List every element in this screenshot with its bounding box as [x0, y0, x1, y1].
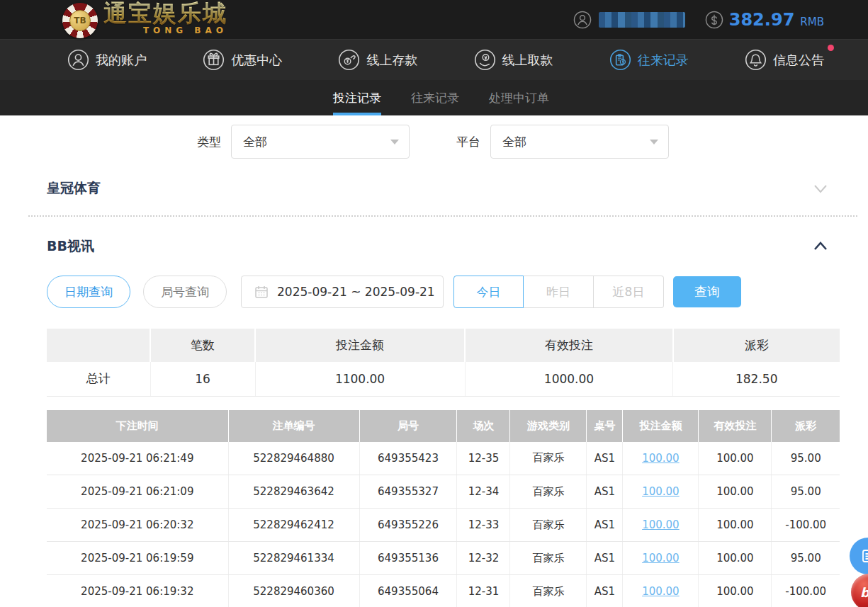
- column-header: 投注金额: [623, 410, 699, 442]
- search-button[interactable]: 查询: [673, 276, 741, 307]
- cell-time: 2025-09-21 06:20:32: [47, 509, 228, 542]
- bet-table-header-row: 下注时间注单编号局号场次游戏类别桌号投注金额有效投注派彩: [47, 410, 840, 442]
- cell-order-id: 522829460360: [228, 575, 359, 607]
- section-bb-video[interactable]: BB视讯: [47, 237, 840, 256]
- casino-chip-icon: TB: [62, 3, 98, 38]
- cell-bet: 100.00: [623, 509, 699, 542]
- quick-range-today[interactable]: 今日: [453, 276, 524, 308]
- summary-header-count: 笔数: [150, 329, 255, 362]
- cell-time: 2025-09-21 06:21:09: [47, 475, 228, 509]
- cell-bet: 100.00: [623, 575, 699, 607]
- column-header: 桌号: [587, 410, 623, 442]
- cell-session: 12-32: [457, 542, 510, 575]
- chevron-up-icon: [811, 237, 830, 256]
- record-tabs: 投注记录 往来记录 处理中订单: [0, 80, 868, 115]
- balance-amount: 382.97: [729, 10, 795, 30]
- column-header: 有效投注: [699, 410, 772, 442]
- quick-range-last8days[interactable]: 近8日: [594, 276, 664, 308]
- nav-item-withdraw[interactable]: 线上取款: [474, 49, 553, 71]
- column-header: 场次: [457, 410, 510, 442]
- cell-table-no: AS1: [587, 475, 623, 509]
- cell-table-no: AS1: [587, 509, 623, 542]
- cell-payout: 95.00: [772, 542, 840, 575]
- quick-range-yesterday[interactable]: 昨日: [524, 276, 594, 308]
- summary-payout-value: 182.50: [673, 362, 840, 396]
- cell-game: 百家乐: [510, 509, 587, 542]
- summary-valid-bet-value: 1000.00: [465, 362, 673, 396]
- date-range-picker[interactable]: 2025-09-21 ~ 2025-09-21: [241, 276, 444, 308]
- nav-label: 线上取款: [502, 52, 553, 69]
- cell-table-no: AS1: [587, 442, 623, 475]
- column-header: 下注时间: [47, 410, 228, 442]
- calendar-icon: [254, 285, 269, 299]
- column-header: 局号: [359, 410, 457, 442]
- table-row: 2025-09-21 06:20:32522829462412649355226…: [47, 509, 840, 542]
- cell-game: 百家乐: [510, 442, 587, 475]
- bet-amount-link[interactable]: 100.00: [642, 452, 680, 465]
- balance-currency: RMB: [800, 16, 824, 28]
- brand-subtitle: TONG BAO: [103, 26, 227, 35]
- chat-icon: [859, 548, 868, 565]
- table-row: 2025-09-21 06:21:09522829463642649355327…: [47, 475, 840, 509]
- cell-order-id: 522829462412: [228, 509, 359, 542]
- user-account[interactable]: [573, 11, 685, 29]
- user-icon: [573, 11, 592, 29]
- type-select[interactable]: 全部: [231, 125, 410, 159]
- bet-amount-link[interactable]: 100.00: [642, 485, 680, 498]
- section-crown-sports[interactable]: 皇冠体育: [47, 179, 840, 198]
- cell-valid: 100.00: [699, 475, 772, 509]
- bet-amount-link[interactable]: 100.00: [642, 585, 680, 598]
- section-title: 皇冠体育: [47, 179, 101, 198]
- cell-session: 12-33: [457, 509, 510, 542]
- nav-item-deposit[interactable]: 线上存款: [338, 49, 417, 71]
- date-query-button[interactable]: 日期查询: [47, 276, 130, 308]
- filter-row: 类型 全部 平台 全部: [197, 125, 840, 159]
- type-filter: 类型 全部: [197, 125, 410, 159]
- summary-header-row: 笔数 投注金额 有效投注 派彩: [47, 329, 840, 362]
- gift-icon: [203, 49, 225, 71]
- cell-bet: 100.00: [623, 442, 699, 475]
- cell-payout: -100.00: [772, 575, 840, 607]
- table-row: 2025-09-21 06:19:59522829461334649355136…: [47, 542, 840, 575]
- cell-round-id: 649355423: [359, 442, 457, 475]
- platform-select-value: 全部: [502, 134, 526, 150]
- round-query-button[interactable]: 局号查询: [143, 276, 227, 308]
- nav-item-my-account[interactable]: 我的账户: [67, 49, 147, 71]
- deposit-icon: [338, 49, 360, 71]
- table-row: 2025-09-21 06:19:32522829460360649355064…: [47, 575, 840, 607]
- nav-item-transaction-records[interactable]: 往来记录: [609, 49, 689, 71]
- type-select-value: 全部: [243, 134, 267, 150]
- nav-item-promotions[interactable]: 优惠中心: [203, 49, 282, 71]
- tab-bet-records[interactable]: 投注记录: [333, 80, 381, 115]
- cell-valid: 100.00: [699, 575, 772, 607]
- bet-amount-link[interactable]: 100.00: [642, 552, 680, 565]
- cell-round-id: 649355064: [359, 575, 457, 607]
- cell-time: 2025-09-21 06:19:59: [47, 542, 228, 575]
- nav-item-announcements[interactable]: 信息公告: [745, 49, 824, 71]
- bet-amount-link[interactable]: 100.00: [642, 518, 680, 531]
- cell-game: 百家乐: [510, 575, 587, 607]
- main-content: 类型 全部 平台 全部 皇冠体育 BB视讯: [0, 125, 868, 607]
- cell-session: 12-35: [457, 442, 510, 475]
- bet-records-table: 下注时间注单编号局号场次游戏类别桌号投注金额有效投注派彩 2025-09-21 …: [47, 410, 840, 607]
- chevron-down-icon: [650, 140, 658, 144]
- coin-icon: [705, 11, 723, 29]
- platform-filter-label: 平台: [456, 134, 480, 150]
- balance[interactable]: 382.97 RMB: [705, 10, 824, 30]
- tab-pending-orders[interactable]: 处理中订单: [489, 80, 549, 115]
- cell-bet: 100.00: [623, 542, 699, 575]
- brand-logo[interactable]: TB 通宝娱乐城 TONG BAO: [62, 1, 227, 38]
- summary-table: 笔数 投注金额 有效投注 派彩 总计 16 1100.00 1000.00 18…: [47, 329, 840, 397]
- summary-total-row: 总计 16 1100.00 1000.00 182.50: [47, 362, 840, 396]
- section-title: BB视讯: [47, 237, 94, 256]
- platform-select[interactable]: 全部: [490, 125, 669, 159]
- bell-icon: [745, 49, 767, 71]
- summary-header-bet-amount: 投注金额: [255, 329, 465, 362]
- tab-transaction-records[interactable]: 往来记录: [411, 80, 459, 115]
- platform-filter: 平台 全部: [456, 125, 669, 159]
- cell-game: 百家乐: [510, 542, 587, 575]
- cell-time: 2025-09-21 06:21:49: [47, 442, 228, 475]
- cell-payout: -100.00: [772, 509, 840, 542]
- query-controls: 日期查询 局号查询 2025-09-21 ~ 2025-09-21 今日 昨日 …: [47, 276, 840, 308]
- cell-session: 12-31: [457, 575, 510, 607]
